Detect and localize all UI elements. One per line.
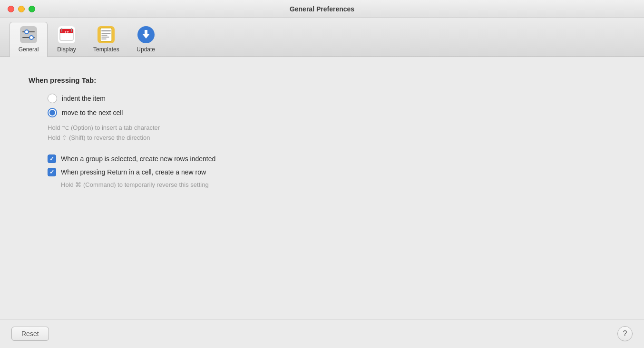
hint-option: Hold ⌥ (Option) to insert a tab characte…	[48, 124, 615, 131]
checkbox-return-row-box	[48, 168, 56, 176]
section-title: When pressing Tab:	[29, 76, 615, 84]
checkbox-group-indent-box	[48, 155, 56, 163]
help-button[interactable]: ?	[617, 326, 633, 341]
title-bar: General Preferences	[0, 0, 644, 18]
options-section: indent the item move to the next cell Ho…	[48, 94, 615, 191]
radio-next-cell[interactable]: move to the next cell	[48, 108, 615, 117]
svg-point-4	[29, 36, 33, 39]
radio-indent-indicator	[48, 94, 57, 103]
hint-command: Hold ⌘ (Command) to temporarily reverse …	[61, 181, 615, 188]
tab-display[interactable]: 17 Display	[48, 22, 86, 57]
window-title: General Preferences	[290, 5, 354, 13]
hint-shift: Hold ⇧ (Shift) to reverse the direction	[48, 134, 615, 141]
window-controls	[8, 6, 35, 12]
svg-rect-0	[20, 26, 37, 43]
display-icon: 17	[57, 25, 76, 44]
main-content: When pressing Tab: indent the item move …	[0, 57, 644, 319]
tab-templates[interactable]: Templates	[86, 22, 127, 57]
svg-text:17: 17	[65, 30, 69, 35]
radio-next-cell-indicator	[48, 108, 57, 117]
svg-point-2	[25, 30, 29, 34]
tab-general-label: General	[19, 46, 39, 53]
checkbox-group: When a group is selected, create new row…	[48, 155, 615, 191]
tab-update[interactable]: Update	[127, 22, 165, 57]
minimize-button[interactable]	[18, 6, 25, 12]
checkbox-group-indent-label: When a group is selected, create new row…	[61, 155, 215, 163]
footer: Reset ?	[0, 319, 644, 348]
tab-templates-label: Templates	[93, 46, 119, 53]
svg-rect-20	[145, 30, 147, 35]
checkbox-group-indent[interactable]: When a group is selected, create new row…	[48, 155, 615, 163]
svg-rect-12	[100, 28, 112, 41]
radio-indent-label: indent the item	[62, 95, 106, 102]
checkbox-return-row[interactable]: When pressing Return in a cell, create a…	[48, 168, 615, 176]
maximize-button[interactable]	[29, 6, 35, 12]
templates-icon	[97, 25, 116, 44]
update-icon	[137, 25, 156, 44]
reset-button[interactable]: Reset	[11, 327, 49, 341]
toolbar: General 17 Display	[0, 18, 644, 57]
radio-indent[interactable]: indent the item	[48, 94, 615, 103]
tab-radio-group: indent the item move to the next cell	[48, 94, 615, 117]
tab-display-label: Display	[57, 46, 76, 53]
close-button[interactable]	[8, 6, 14, 12]
general-icon	[19, 25, 38, 44]
tab-general[interactable]: General	[10, 22, 48, 57]
checkbox-return-row-label: When pressing Return in a cell, create a…	[61, 168, 206, 176]
radio-next-cell-label: move to the next cell	[62, 109, 123, 116]
tab-update-label: Update	[137, 46, 155, 53]
